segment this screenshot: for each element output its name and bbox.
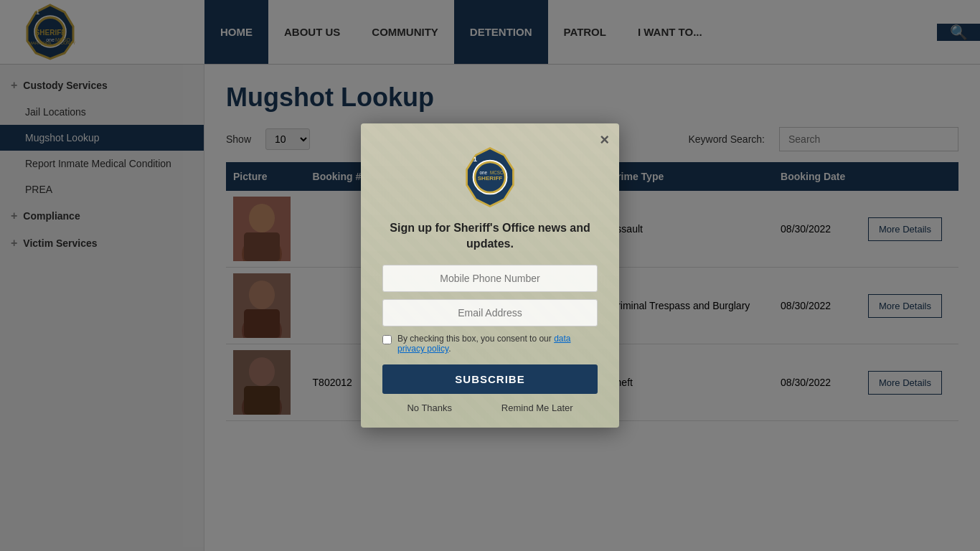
modal-close-button[interactable]: × (600, 131, 609, 149)
email-input[interactable] (382, 299, 598, 326)
modal-logo: SHERIFF 1 one MCSO (382, 145, 598, 209)
modal-overlay: × SHERIFF 1 one MCSO Sign up for Sheriff… (0, 0, 980, 551)
svg-text:SHERIFF: SHERIFF (478, 174, 503, 181)
mobile-phone-input[interactable] (382, 265, 598, 292)
svg-text:1: 1 (473, 155, 478, 163)
modal-footer: No Thanks Remind Me Later (382, 402, 598, 413)
consent-checkbox[interactable] (382, 335, 392, 344)
remind-later-button[interactable]: Remind Me Later (501, 402, 573, 413)
consent-text: By checking this box, you consent to our… (397, 334, 598, 354)
svg-text:one: one (480, 169, 488, 174)
no-thanks-button[interactable]: No Thanks (407, 402, 452, 413)
subscribe-button[interactable]: SUBSCRIBE (382, 364, 598, 394)
consent-row: By checking this box, you consent to our… (382, 334, 598, 354)
subscribe-modal: × SHERIFF 1 one MCSO Sign up for Sheriff… (361, 123, 619, 428)
modal-title: Sign up for Sheriff's Office news and up… (382, 220, 598, 253)
modal-logo-icon: SHERIFF 1 one MCSO (458, 145, 522, 209)
svg-text:MCSO: MCSO (490, 169, 504, 174)
